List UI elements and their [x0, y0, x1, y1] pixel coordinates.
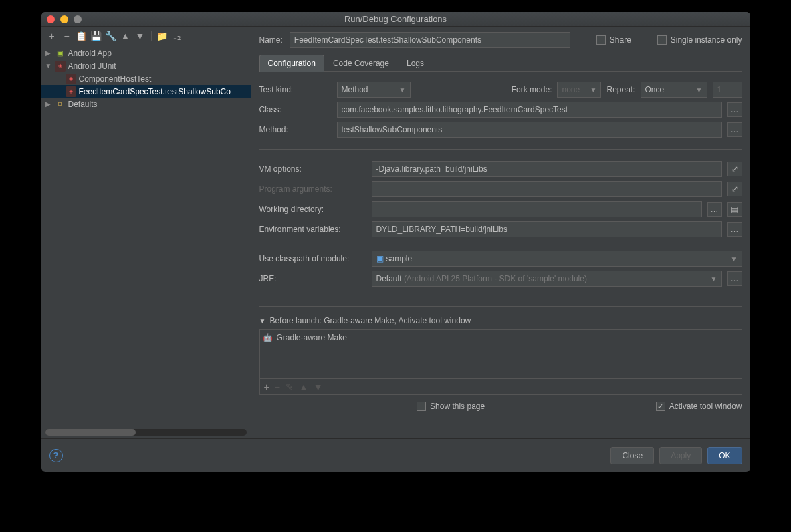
test-kind-value: Method: [342, 85, 368, 94]
ok-button[interactable]: OK: [707, 447, 742, 464]
tree-item-defaults[interactable]: ▶ ⚙ Defaults: [41, 98, 251, 110]
jre-label: JRE:: [259, 274, 366, 283]
chevron-down-icon: ▼: [731, 255, 738, 263]
classpath-select[interactable]: ▣sample ▼: [372, 251, 742, 267]
activate-window-checkbox[interactable]: [656, 402, 665, 411]
folder-icon[interactable]: 📁: [156, 29, 169, 43]
wrench-icon[interactable]: 🔧: [104, 29, 118, 43]
test-kind-select[interactable]: Method▼: [337, 82, 411, 98]
working-dir-label: Working directory:: [259, 205, 366, 214]
browse-working-dir-button[interactable]: …: [707, 202, 722, 217]
env-vars-label: Environment variables:: [259, 225, 366, 234]
expand-arrow-icon[interactable]: ▶: [45, 49, 52, 57]
junit-icon: ◈: [66, 74, 76, 84]
gear-icon: ⚙: [55, 99, 66, 110]
android-icon: 🤖: [263, 333, 273, 342]
classpath-value: sample: [386, 254, 413, 263]
window-title: Run/Debug Configurations: [41, 14, 750, 24]
test-kind-label: Test kind:: [259, 85, 332, 94]
tree-item-android-app[interactable]: ▶ ▣ Android App: [41, 47, 251, 59]
before-launch-list[interactable]: 🤖 Gradle-aware Make: [259, 329, 742, 379]
classpath-label: Use classpath of module:: [259, 254, 366, 263]
browse-method-button[interactable]: …: [727, 122, 742, 137]
sidebar: + − 📋 💾 🔧 ▲ ▼ 📁 ↓₂ ▶ ▣ Android App: [41, 27, 251, 438]
tab-configuration[interactable]: Configuration: [259, 55, 324, 72]
sort-icon[interactable]: ↓₂: [171, 29, 184, 43]
scrollbar-thumb[interactable]: [45, 429, 136, 436]
tree-label: FeedItemCardSpecTest.testShallowSubCo: [79, 87, 231, 96]
browse-jre-button[interactable]: …: [727, 271, 742, 286]
repeat-count-input: [713, 82, 742, 98]
remove-task-icon[interactable]: −: [275, 382, 280, 392]
move-up-icon[interactable]: ▲: [119, 29, 132, 43]
tree-label: Android JUnit: [68, 61, 116, 71]
single-instance-checkbox[interactable]: [657, 35, 667, 45]
vm-options-input[interactable]: [372, 161, 722, 177]
copy-config-icon[interactable]: 📋: [75, 29, 88, 43]
show-page-label: Show this page: [430, 402, 485, 411]
share-label: Share: [610, 35, 631, 45]
android-icon: ▣: [55, 48, 66, 59]
module-icon: ▣: [376, 254, 384, 263]
tab-code-coverage[interactable]: Code Coverage: [324, 55, 398, 72]
before-launch-section: ▼ Before launch: Gradle-aware Make, Acti…: [259, 316, 742, 411]
chevron-down-icon: ▼: [711, 275, 717, 283]
help-icon[interactable]: ?: [49, 449, 63, 462]
remove-config-icon[interactable]: −: [60, 29, 74, 43]
tree-item-component-host-test[interactable]: ◈ ComponentHostTest: [41, 72, 251, 85]
working-dir-input[interactable]: [372, 201, 702, 217]
edit-task-icon[interactable]: ✎: [286, 382, 294, 392]
tab-bar: Configuration Code Coverage Logs: [259, 55, 742, 72]
class-input[interactable]: [337, 102, 722, 118]
horizontal-scrollbar[interactable]: [45, 429, 247, 436]
name-label: Name:: [259, 35, 283, 45]
browse-class-button[interactable]: …: [727, 102, 742, 117]
tree-label: ComponentHostTest: [79, 74, 152, 84]
titlebar: Run/Debug Configurations: [41, 12, 750, 27]
expand-arrow-icon[interactable]: ▶: [45, 100, 52, 108]
move-up-task-icon[interactable]: ▲: [299, 382, 308, 392]
form-divider: [259, 149, 742, 150]
chevron-down-icon: ▼: [696, 86, 703, 94]
fork-mode-label: Fork mode:: [512, 85, 552, 94]
jre-select[interactable]: Default (Android API 25 Platform - SDK o…: [372, 271, 722, 287]
jre-hint: (Android API 25 Platform - SDK of 'sampl…: [404, 274, 587, 283]
save-config-icon[interactable]: 💾: [90, 29, 103, 43]
before-launch-header: Before launch: Gradle-aware Make, Activa…: [269, 316, 471, 325]
expand-vm-options-button[interactable]: ⤢: [727, 162, 742, 176]
add-config-icon[interactable]: +: [45, 29, 59, 43]
before-launch-toolbar: + − ✎ ▲ ▼: [259, 379, 742, 395]
list-working-dir-button[interactable]: ▤: [727, 202, 742, 217]
fork-mode-value: none: [562, 85, 580, 94]
collapse-arrow-icon[interactable]: ▼: [45, 62, 52, 70]
repeat-select[interactable]: Once▼: [641, 82, 707, 98]
apply-button[interactable]: Apply: [659, 447, 702, 464]
close-button[interactable]: Close: [610, 447, 654, 464]
tree-item-feed-item-test[interactable]: ◈ FeedItemCardSpecTest.testShallowSubCo: [41, 85, 251, 98]
env-vars-input[interactable]: [372, 221, 722, 237]
collapse-arrow-icon[interactable]: ▼: [259, 317, 266, 325]
show-page-checkbox[interactable]: [417, 402, 426, 411]
jre-value: Default: [376, 274, 402, 283]
tab-logs[interactable]: Logs: [398, 55, 433, 72]
browse-env-vars-button[interactable]: …: [727, 222, 742, 237]
method-label: Method:: [259, 125, 332, 134]
name-input[interactable]: [290, 32, 570, 48]
dialog-footer: ? Close Apply OK: [41, 438, 750, 472]
add-task-icon[interactable]: +: [264, 382, 269, 392]
repeat-value: Once: [645, 85, 665, 94]
before-launch-item[interactable]: 🤖 Gradle-aware Make: [263, 333, 739, 342]
move-down-task-icon[interactable]: ▼: [314, 382, 323, 392]
expand-program-args-button[interactable]: ⤢: [727, 182, 742, 196]
chevron-down-icon: ▼: [590, 86, 597, 94]
fork-mode-select[interactable]: none▼: [557, 82, 601, 98]
class-label: Class:: [259, 105, 332, 114]
junit-icon: ◈: [55, 61, 66, 72]
move-down-icon[interactable]: ▼: [134, 29, 147, 43]
program-args-label: Program arguments:: [259, 184, 366, 194]
sidebar-toolbar: + − 📋 💾 🔧 ▲ ▼ 📁 ↓₂: [41, 27, 251, 45]
share-checkbox[interactable]: [596, 35, 606, 45]
form-divider: [259, 306, 742, 307]
tree-item-android-junit[interactable]: ▼ ◈ Android JUnit: [41, 59, 251, 72]
method-input[interactable]: [337, 122, 722, 138]
